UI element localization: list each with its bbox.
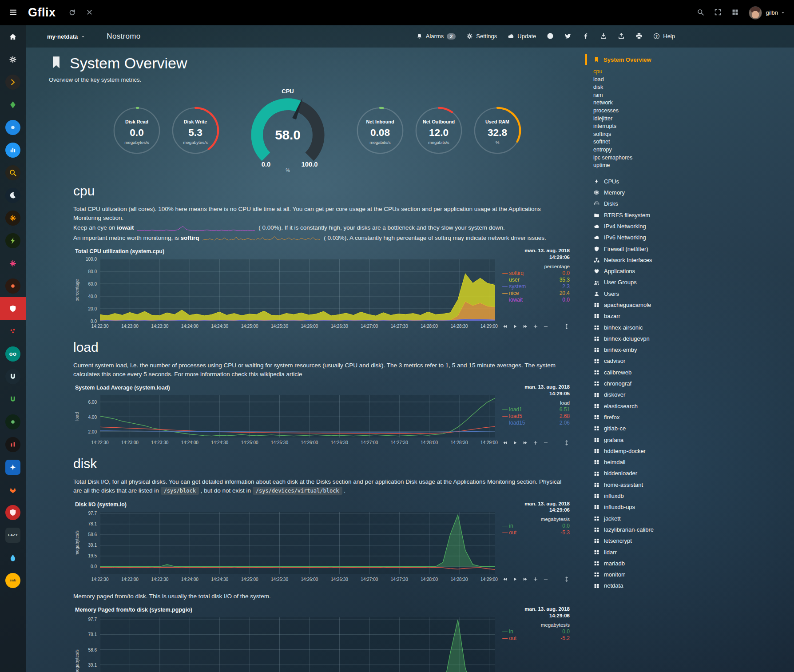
chart-zoom-out-button[interactable]	[543, 577, 548, 583]
alarms-button[interactable]: Alarms 2	[416, 33, 456, 40]
gauge-disk-write[interactable]: Disk Write 5.3 megabytes/s	[166, 104, 225, 157]
chart-drag-resize-handle[interactable]	[564, 439, 570, 446]
green-horseshoe-icon[interactable]	[0, 388, 26, 410]
chart-play-button[interactable]	[512, 323, 518, 330]
nav-sub-load[interactable]: load	[593, 76, 794, 84]
upload-icon[interactable]	[618, 32, 625, 40]
sab-icon[interactable]: sab	[0, 569, 26, 592]
nav-container-cadvisor[interactable]: cadvisor	[585, 355, 794, 366]
nav-section-btrfs-filesystem[interactable]: BTRFS filesystem	[585, 210, 794, 221]
settings-button[interactable]: Settings	[466, 33, 497, 40]
orange-burst-icon[interactable]	[0, 207, 26, 229]
legend-in[interactable]: — in0.0	[502, 628, 570, 635]
chart-canvas-cpu[interactable]	[100, 259, 495, 321]
nav-sub-ram[interactable]: ram	[593, 91, 794, 99]
nav-container-grafana[interactable]: grafana	[585, 434, 794, 445]
fullscreen-icon[interactable]	[714, 8, 722, 17]
legend-load15[interactable]: — load152.06	[502, 420, 570, 426]
nav-container-netdata[interactable]: netdata	[585, 580, 794, 591]
chart-canvas-pgpgio[interactable]	[100, 617, 495, 672]
audio-bars-icon[interactable]	[0, 139, 26, 161]
legend-load1[interactable]: — load16.51	[502, 406, 570, 413]
nav-container-gitlab-ce[interactable]: gitlab-ce	[585, 423, 794, 434]
meter-bars-icon[interactable]	[0, 433, 26, 456]
green-gem-icon[interactable]	[0, 93, 26, 116]
nav-container-elasticsearch[interactable]: elasticsearch	[585, 401, 794, 412]
magnet-icon[interactable]	[0, 365, 26, 388]
hostname[interactable]: Nostromo	[107, 32, 140, 41]
close-icon[interactable]	[86, 8, 93, 17]
red-badge-icon[interactable]	[0, 501, 26, 524]
nav-container-lidarr[interactable]: lidarr	[585, 547, 794, 558]
chart-play-button[interactable]	[512, 577, 518, 583]
teal-oo-icon[interactable]: oo	[0, 342, 26, 365]
menu-icon[interactable]	[9, 8, 17, 18]
nav-sub-ipc-semaphores[interactable]: ipc semaphores	[593, 154, 794, 162]
nav-container-chronograf[interactable]: chronograf	[585, 378, 794, 389]
pink-burst-icon[interactable]	[0, 252, 26, 274]
green-orb-icon[interactable]	[0, 410, 26, 433]
chart-zoom-in-button[interactable]	[533, 440, 538, 446]
chart-canvas-load[interactable]	[100, 395, 495, 437]
blue-disc-icon[interactable]	[0, 116, 26, 139]
search-icon[interactable]	[697, 8, 704, 17]
nav-section-network-interfaces[interactable]: Network Interfaces	[585, 254, 794, 266]
download-icon[interactable]	[600, 32, 607, 40]
orange-ring-icon[interactable]	[0, 274, 26, 297]
gitlab-flame-icon[interactable]	[0, 478, 26, 501]
nav-container-binhex-emby[interactable]: binhex-emby	[585, 344, 794, 355]
lazy-librarian-icon[interactable]: LAZY	[0, 524, 26, 546]
nav-container-jackett[interactable]: jackett	[585, 513, 794, 524]
nav-container-binhex-airsonic[interactable]: binhex-airsonic	[585, 322, 794, 333]
home-icon[interactable]	[0, 25, 26, 48]
nav-container-lazylibrarian-calibre[interactable]: lazylibrarian-calibre	[585, 524, 794, 535]
plex-chevron-icon[interactable]	[0, 71, 26, 93]
settings-gear-icon[interactable]	[0, 48, 26, 71]
refresh-icon[interactable]	[68, 8, 76, 17]
nav-sub-interrupts[interactable]: interrupts	[593, 123, 794, 131]
nav-section-applications[interactable]: Applications	[585, 266, 794, 277]
help-button[interactable]: ? Help	[653, 33, 675, 40]
gauge-disk-read[interactable]: Disk Read 0.0 megabytes/s	[107, 104, 166, 157]
my-netdata-menu[interactable]: my-netdata	[47, 33, 85, 40]
gauge-net-inbound[interactable]: Net Inbound 0.08 megabits/s	[351, 104, 409, 157]
nav-section-memory[interactable]: Memory	[585, 187, 794, 198]
legend-softirq[interactable]: — softirq0.0	[502, 270, 570, 277]
update-button[interactable]: Update	[508, 33, 536, 40]
nav-section-user-groups[interactable]: User Groups	[585, 277, 794, 288]
nav-sub-entropy[interactable]: entropy	[593, 146, 794, 154]
nav-section-firewall-netfilter[interactable]: Firewall (netfilter)	[585, 243, 794, 254]
red-shield-icon[interactable]	[0, 297, 26, 320]
nav-sub-softnet[interactable]: softnet	[593, 138, 794, 146]
chart-play-button[interactable]	[512, 440, 518, 446]
github-icon[interactable]	[547, 32, 554, 40]
nav-container-heimdall[interactable]: heimdall	[585, 457, 794, 468]
nav-container-monitorr[interactable]: monitorr	[585, 569, 794, 580]
legend-in[interactable]: — in0.0	[502, 523, 570, 529]
chart-drag-resize-handle[interactable]	[564, 323, 570, 330]
chart-skip-back-button[interactable]	[502, 440, 508, 446]
nav-sub-network[interactable]: network	[593, 99, 794, 107]
legend-out[interactable]: — out-5.2	[502, 635, 570, 642]
facebook-icon[interactable]	[582, 32, 589, 40]
legend-out[interactable]: — out-5.3	[502, 529, 570, 536]
red-dots-icon[interactable]	[0, 320, 26, 342]
gauge-cpu[interactable]: CPU 58.0 0.0 100.0 %	[236, 88, 339, 174]
legend-iowait[interactable]: — iowait0.0	[502, 297, 570, 303]
dark-moon-icon[interactable]	[0, 184, 26, 207]
user-menu[interactable]: gilbn	[766, 9, 785, 16]
chart-zoom-out-button[interactable]	[543, 440, 548, 446]
search-app-icon[interactable]	[0, 161, 26, 184]
nav-section-users[interactable]: Users	[585, 288, 794, 299]
nav-container-mariadb[interactable]: mariadb	[585, 558, 794, 569]
chart-skip-forward-button[interactable]	[523, 440, 528, 446]
nav-section-disks[interactable]: Disks	[585, 198, 794, 209]
nav-sub-uptime[interactable]: uptime	[593, 162, 794, 170]
legend-load5[interactable]: — load52.68	[502, 413, 570, 420]
nav-container-letsencrypt[interactable]: letsencrypt	[585, 535, 794, 546]
chart-skip-back-button[interactable]	[502, 577, 508, 583]
nav-container-influxdb[interactable]: influxdb	[585, 490, 794, 501]
chart-zoom-in-button[interactable]	[533, 577, 538, 583]
nav-sub-softirqs[interactable]: softirqs	[593, 131, 794, 139]
gauge-used-ram[interactable]: Used RAM 32.8 %	[468, 104, 527, 157]
